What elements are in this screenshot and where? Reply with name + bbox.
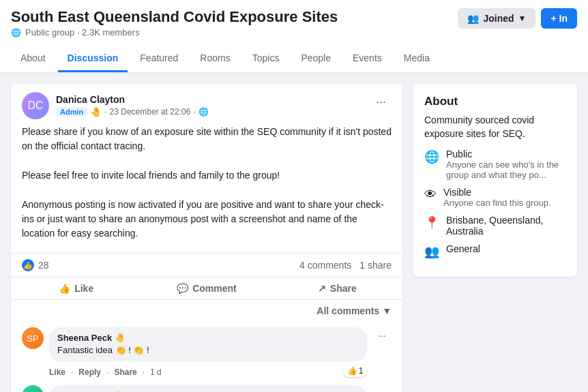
chevron-down-icon: ▼ [382,305,392,316]
all-comments-toggle[interactable]: All comments ▼ [11,299,402,322]
tab-discussion[interactable]: Discussion [58,46,128,72]
comment-like-btn[interactable]: Like [49,367,65,377]
general-label: General [446,243,480,254]
like-reaction-icon: 👍 [22,259,34,271]
comment-text: Fantastic idea 👏 ! 👏 ! [57,344,359,357]
post-card: DC Danica Clayton Admin 🤚 · 23 December … [11,84,402,392]
commenter-badge-icon: 🤚 [115,333,126,343]
joined-label: Joined [483,13,514,24]
invite-button[interactable]: + In [541,8,577,29]
verified-icon: 🤚 [90,106,102,117]
sidebar-title: About [424,95,566,108]
post-reactions: 👍 28 [22,259,49,271]
author-name: Danica Clayton [56,94,209,105]
sidebar-location-item: 📍 Brisbane, Queensland, Australia [424,215,566,237]
comment-bubble: Daryl Keehn 🤚 I'd also recommend not jus… [49,385,367,392]
globe-icon: 🌐 [199,107,209,117]
location-icon: 📍 [424,215,439,230]
commenter-name: Sheena Peck [57,333,112,343]
admin-badge: Admin [56,107,87,117]
joined-icon: 👥 [467,13,479,24]
comment-item: DK Daryl Keehn 🤚 I'd also recommend not … [22,385,392,392]
comment-button[interactable]: 💬 Comment [141,277,271,299]
commenter-avatar: DK [22,385,44,392]
like-icon: 👍 [59,283,70,294]
group-icon: 👥 [424,244,439,259]
tab-featured[interactable]: Featured [130,46,188,72]
chevron-down-icon: ▼ [518,14,527,23]
post-time: · 23 December at 22:06 · 🌐 [104,107,208,117]
share-count: 1 share [359,260,392,271]
comment-time: 1 d [150,367,162,377]
location-label: Brisbane, Queensland, Australia [446,215,566,237]
public-label: Public [446,149,566,160]
reaction-emoji: 👏 ! [133,345,149,355]
tab-rooms[interactable]: Rooms [190,46,239,72]
commenter-avatar: SP [22,327,44,349]
post-text-1: Please share if you know of an exposure … [22,125,392,153]
invite-label: + In [550,13,568,24]
visible-label: Visible [443,187,551,198]
group-title: South East Queensland Covid Exposure Sit… [11,8,338,26]
avatar: DC [22,92,49,119]
comment-bubble: Sheena Peck 🤚 Fantastic idea 👏 ! 👏 ! [49,327,367,362]
sidebar-general-item: 👥 General [424,243,566,259]
share-button[interactable]: ↗ Share [272,277,402,299]
comment-icon: 💬 [177,283,188,294]
globe-icon: 🌐 [11,28,21,37]
nav-tabs: About Discussion Featured Rooms Topics P… [11,43,577,72]
comment-reaction-badge: 👍1 [343,365,368,377]
more-options-button[interactable]: ··· [370,92,392,112]
share-icon: ↗ [318,283,326,294]
tab-people[interactable]: People [291,46,340,72]
public-sub: Anyone can see who's in the group and wh… [446,160,566,180]
comment-item: SP Sheena Peck 🤚 Fantastic idea 👏 ! 👏 ! [22,327,392,377]
comment-more-button[interactable]: ··· [372,327,392,344]
comment-count: 4 comments [299,260,351,271]
comment-share-btn[interactable]: Share [114,367,136,377]
post-counts: 4 comments 1 share [299,260,392,271]
sidebar-visible-item: 👁 Visible Anyone can find this group. [424,187,566,208]
all-comments-label: All comments [317,305,379,316]
eye-icon: 👁 [424,187,437,202]
tab-events[interactable]: Events [343,46,392,72]
post-text-3: Anonymous posting is now activated if yo… [22,198,392,241]
joined-button[interactable]: 👥 Joined ▼ [458,8,535,29]
comment-more-button[interactable]: ··· [372,385,392,392]
like-button[interactable]: 👍 Like [11,277,141,299]
tab-topics[interactable]: Topics [243,46,289,72]
group-meta-text: Public group · 2.3K members [25,27,140,37]
about-sidebar: About Community sourced covid exposure s… [413,84,577,277]
comment-reply-btn[interactable]: Reply [78,367,101,377]
sidebar-public-item: 🌐 Public Anyone can see who's in the gro… [424,149,566,180]
tab-about[interactable]: About [11,46,55,72]
post-text-2: Please feel free to invite local friends… [22,168,392,183]
sidebar-description: Community sourced covid exposure sites f… [424,114,566,140]
visible-sub: Anyone can find this group. [443,198,551,208]
tab-media[interactable]: Media [394,46,439,72]
like-count: 28 [38,260,49,271]
globe-icon: 🌐 [424,149,439,164]
